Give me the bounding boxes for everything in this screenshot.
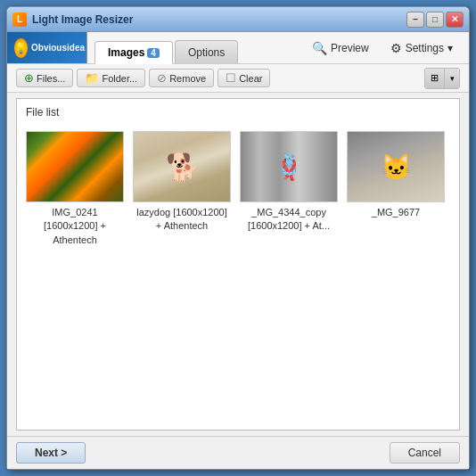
- title-bar: L Light Image Resizer – □ ✕: [7, 7, 469, 32]
- file-list-panel: File list IMG_0241 [1600x1200] + Athente…: [16, 98, 460, 431]
- settings-icon: ⚙: [390, 41, 402, 55]
- window-controls: – □ ✕: [406, 12, 464, 28]
- next-button[interactable]: Next >: [16, 442, 86, 464]
- list-item[interactable]: 🐱 _MG_9677: [347, 131, 445, 247]
- folder-icon: 📁: [85, 71, 99, 85]
- view-dropdown-button[interactable]: ▾: [445, 69, 459, 88]
- preview-button[interactable]: 🔍 Preview: [305, 38, 376, 58]
- image-thumbnail: 🪢: [240, 131, 338, 202]
- file-list-header: File list: [22, 104, 454, 120]
- image-label: lazydog [1600x1200] + Athentech: [133, 206, 231, 234]
- images-badge: 4: [147, 48, 160, 58]
- list-item[interactable]: 🪢 _MG_4344_copy [1600x1200] + At...: [240, 131, 338, 247]
- window-title: Light Image Resizer: [32, 13, 406, 26]
- thumb-cat: 🐱: [348, 132, 444, 201]
- maximize-button[interactable]: □: [426, 12, 444, 28]
- logo-text: Obviousidea: [31, 43, 85, 53]
- image-label: IMG_0241 [1600x1200] + Athentech: [26, 206, 124, 247]
- preview-icon: 🔍: [312, 41, 327, 55]
- close-button[interactable]: ✕: [446, 12, 464, 28]
- tab-options[interactable]: Options: [175, 40, 238, 63]
- logo-icon: 💡: [14, 38, 28, 58]
- view-grid-button[interactable]: ⊞: [425, 69, 445, 88]
- image-grid: IMG_0241 [1600x1200] + Athentech 🐕 lazyd…: [22, 127, 454, 250]
- clear-button[interactable]: ☐ Clear: [217, 69, 270, 87]
- tab-bar: Images 4 Options: [87, 32, 296, 63]
- thumb-flowers: [27, 132, 123, 201]
- remove-icon: ⊘: [157, 71, 167, 85]
- settings-button[interactable]: ⚙ Settings ▾: [383, 38, 460, 58]
- add-folder-button[interactable]: 📁 Folder...: [77, 69, 145, 87]
- remove-button[interactable]: ⊘ Remove: [149, 69, 214, 87]
- cancel-button[interactable]: Cancel: [390, 442, 460, 464]
- list-item[interactable]: IMG_0241 [1600x1200] + Athentech: [26, 131, 124, 247]
- settings-dropdown-icon: ▾: [447, 42, 453, 54]
- menu-right: 🔍 Preview ⚙ Settings ▾: [296, 32, 469, 63]
- footer: Next > Cancel: [7, 436, 469, 469]
- clear-icon: ☐: [226, 71, 236, 85]
- main-window: L Light Image Resizer – □ ✕ 💡 Obviouside…: [6, 6, 470, 470]
- thumb-dog: 🐕: [134, 132, 230, 201]
- add-files-icon: ⊕: [24, 71, 34, 85]
- view-selector[interactable]: ⊞ ▾: [424, 68, 460, 89]
- image-thumbnail: [26, 131, 124, 202]
- list-item[interactable]: 🐕 lazydog [1600x1200] + Athentech: [133, 131, 231, 247]
- minimize-button[interactable]: –: [406, 12, 424, 28]
- toolbar: ⊕ Files... 📁 Folder... ⊘ Remove ☐ Clear …: [7, 64, 469, 93]
- add-files-button[interactable]: ⊕ Files...: [16, 69, 73, 87]
- app-icon: L: [12, 12, 27, 27]
- image-thumbnail: 🐱: [347, 131, 445, 202]
- thumb-rope: 🪢: [241, 132, 337, 201]
- tab-images[interactable]: Images 4: [94, 41, 173, 64]
- menu-bar: 💡 Obviousidea Images 4 Options 🔍 Preview…: [7, 32, 469, 64]
- image-thumbnail: 🐕: [133, 131, 231, 202]
- image-label: _MG_4344_copy [1600x1200] + At...: [240, 206, 338, 234]
- logo-area: 💡 Obviousidea: [7, 32, 87, 63]
- image-label: _MG_9677: [347, 206, 445, 219]
